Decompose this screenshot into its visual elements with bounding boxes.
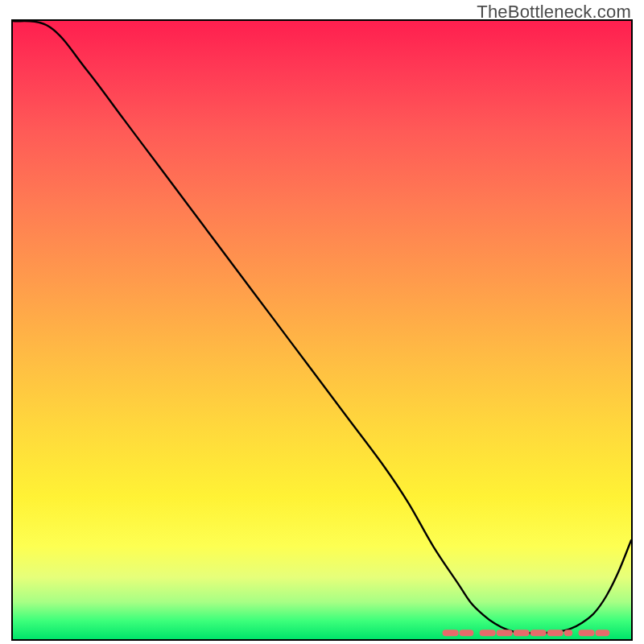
chart-frame (11, 19, 633, 641)
bottleneck-curve-path (13, 21, 631, 634)
chart-svg (13, 21, 631, 639)
